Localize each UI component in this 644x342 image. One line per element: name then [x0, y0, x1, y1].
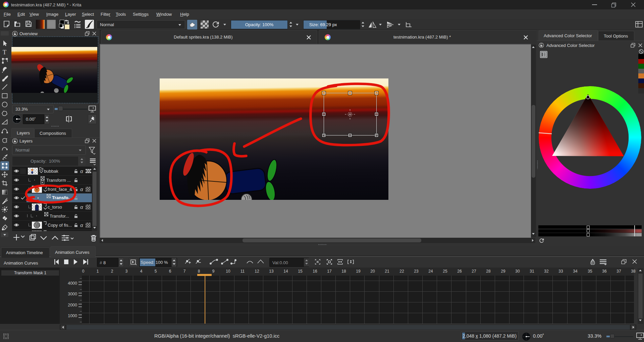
svg-text:T: T — [3, 49, 6, 56]
